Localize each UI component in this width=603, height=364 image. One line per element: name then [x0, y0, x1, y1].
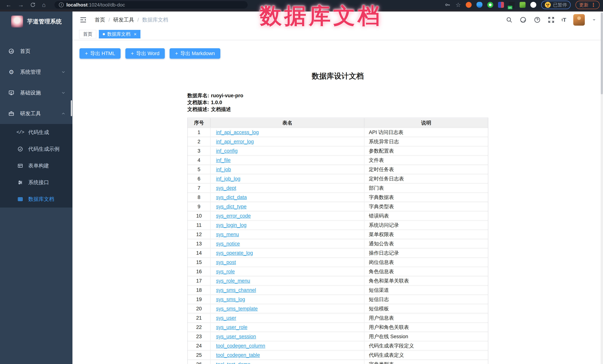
font-size-icon[interactable]: tT: [562, 17, 566, 23]
table-name-link[interactable]: sys_dict_data: [216, 195, 247, 200]
sidebar-item-codegen-example[interactable]: 代码生成示例: [0, 141, 72, 157]
table-row: 8 sys_dict_data 字典数据表: [188, 193, 488, 202]
fullscreen-icon[interactable]: [548, 17, 555, 23]
extension-icon-1[interactable]: [466, 2, 472, 8]
table-name-link[interactable]: inf_api_access_log: [216, 130, 259, 135]
breadcrumb-current: 数据库文档: [142, 16, 168, 23]
sidebar-item-code-generation[interactable]: </> 代码生成: [0, 124, 72, 141]
caret-down-icon[interactable]: [592, 18, 596, 22]
table-name-link[interactable]: inf_job: [216, 167, 231, 172]
table-row: 12 sys_menu 菜单权限表: [188, 230, 488, 239]
table-name-link[interactable]: sys_notice: [216, 241, 240, 246]
table-description: 用户在线 Session: [364, 332, 488, 341]
site-info-icon[interactable]: i: [59, 2, 64, 7]
table-name-link[interactable]: tool_codegen_table: [216, 352, 260, 358]
table-name-link[interactable]: sys_dept: [216, 185, 236, 191]
tag-db-doc[interactable]: 数据库文档 ×: [99, 30, 140, 38]
dashboard-icon: [8, 48, 14, 54]
sidebar-item-system-mgmt[interactable]: ⚙ 系统管理: [0, 62, 72, 82]
table-name-link[interactable]: sys_error_code: [216, 213, 251, 219]
row-index: 19: [188, 295, 211, 304]
address-bar[interactable]: i localhost:1024/tool/db-doc: [54, 1, 248, 9]
profile-paused-chip[interactable]: 已暂停: [541, 1, 571, 9]
browser-home-icon[interactable]: ⌂: [42, 2, 46, 8]
table-name-link[interactable]: sys_sms_template: [216, 306, 258, 311]
page-scrollbar-track[interactable]: [601, 11, 603, 364]
extension-icon-3[interactable]: [487, 2, 493, 8]
sidebar-scrollbar-thumb[interactable]: [71, 100, 72, 116]
meta-value: 1.0.0: [211, 100, 222, 105]
table-name-link[interactable]: sys_sms_log: [216, 297, 245, 302]
browser-reload-icon[interactable]: [30, 2, 36, 8]
table-description: 角色和菜单关联表: [364, 276, 488, 285]
user-avatar[interactable]: [573, 14, 585, 26]
password-key-icon[interactable]: [445, 2, 451, 8]
table-row: 2 inf_api_error_log 系统异常日志: [188, 137, 488, 146]
close-icon[interactable]: ×: [134, 32, 137, 37]
table-row: 7 sys_dept 部门表: [188, 184, 488, 192]
table-name-link[interactable]: sys_role: [216, 269, 235, 274]
help-icon[interactable]: [534, 16, 541, 23]
browser-forward-icon[interactable]: →: [18, 2, 24, 8]
table-name-link[interactable]: sys_user_role: [216, 324, 247, 330]
app-logo-row[interactable]: 芋道管理系统: [0, 11, 72, 31]
tag-label: 首页: [83, 31, 92, 37]
table-name-link[interactable]: sys_dict_type: [216, 204, 246, 209]
export-word-button[interactable]: + 导出 Word: [125, 48, 165, 59]
sidebar-item-infrastructure[interactable]: 基础设施: [0, 82, 72, 103]
browser-update-chip[interactable]: 更新 ⋮: [576, 1, 600, 9]
doc-meta: 数据库名:ruoyi-vue-pro 文档版本:1.0.0 文档描述:文档描述: [187, 92, 488, 113]
table-name-link[interactable]: sys_user_session: [216, 334, 256, 339]
dev-tools-submenu: </> 代码生成 代码生成示例: [0, 124, 72, 208]
extension-icon-7[interactable]: [530, 2, 536, 8]
browser-back-icon[interactable]: ←: [6, 2, 12, 8]
browser-menu-icon[interactable]: ⋮: [591, 2, 596, 8]
table-description: 岗位信息表: [364, 258, 488, 267]
table-name-link[interactable]: sys_operate_log: [216, 250, 253, 256]
table-name-link[interactable]: inf_api_error_log: [216, 139, 254, 144]
row-index: 15: [188, 258, 211, 267]
search-icon[interactable]: [506, 17, 512, 23]
sidebar-item-label: 数据库文档: [28, 196, 54, 203]
table-description: 字典类型表: [364, 202, 488, 211]
table-name-link[interactable]: inf_job_log: [216, 176, 240, 182]
export-markdown-button[interactable]: + 导出 Markdown: [170, 48, 220, 59]
table-row: 3 inf_config 参数配置表: [188, 146, 488, 155]
table-name-link[interactable]: sys_post: [216, 260, 236, 265]
row-index: 9: [188, 202, 211, 211]
table-name-link[interactable]: sys_menu: [216, 232, 239, 237]
column-header-table-name: 表名: [210, 118, 364, 128]
extension-icon-5[interactable]: on: [509, 2, 515, 8]
badge-check-icon: [17, 146, 23, 152]
table-name-link[interactable]: inf_file: [216, 157, 231, 163]
page-scrollbar-thumb[interactable]: [601, 13, 603, 94]
export-html-button[interactable]: + 导出 HTML: [80, 48, 121, 59]
tag-home[interactable]: 首页: [79, 30, 96, 38]
extension-icon-4[interactable]: [498, 2, 504, 8]
sidebar-collapse-icon[interactable]: [80, 16, 87, 23]
sidebar-item-db-doc[interactable]: 数据库文档: [0, 191, 72, 208]
table-name-link[interactable]: sys_login_log: [216, 222, 246, 228]
extension-icon-2[interactable]: [476, 2, 482, 8]
column-header-description: 说明: [364, 118, 488, 128]
app-header: 首页 / 研发工具 / 数据库文档: [72, 11, 603, 28]
table-description: 文件表: [364, 156, 488, 165]
sidebar-item-system-api[interactable]: 系统接口: [0, 174, 72, 191]
sidebar-item-form-builder[interactable]: 表单构建: [0, 157, 72, 174]
table-name-link[interactable]: sys_sms_channel: [216, 287, 256, 293]
table-description: 系统异常日志: [364, 137, 488, 146]
extension-icon-6[interactable]: [520, 2, 525, 8]
extension-on-badge: on: [508, 6, 512, 9]
table-name-link[interactable]: sys_user: [216, 315, 236, 321]
table-description: 定时任务表: [364, 165, 488, 174]
sidebar-item-home[interactable]: 首页: [0, 41, 72, 62]
table-name-link[interactable]: inf_config: [216, 148, 238, 154]
table-name-link[interactable]: sys_role_menu: [216, 278, 250, 284]
table-description: 操作日志记录: [364, 249, 488, 257]
bookmark-star-icon[interactable]: ☆: [455, 2, 461, 8]
github-icon[interactable]: [520, 16, 527, 23]
table-name-link[interactable]: tool_test_demo: [216, 362, 250, 364]
sidebar-item-dev-tools[interactable]: 研发工具: [0, 103, 72, 124]
table-name-link[interactable]: tool_codegen_column: [216, 343, 265, 349]
breadcrumb-home[interactable]: 首页: [95, 16, 105, 23]
